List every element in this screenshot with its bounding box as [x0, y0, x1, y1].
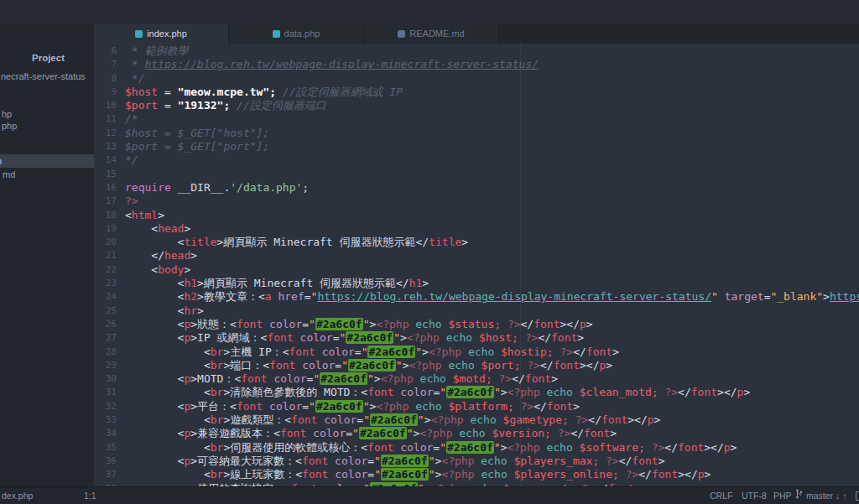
code-line[interactable]: 28 <br>主機 IP：<font color="#2a6c0f"><?php…: [94, 346, 859, 359]
sidebar-file-item[interactable]: php: [0, 119, 94, 132]
line-number: 10: [94, 99, 125, 112]
code-line[interactable]: 24 <h2>教學文章：<a href="https://blog.reh.tw…: [94, 290, 859, 304]
line-number: 22: [94, 263, 125, 277]
line-text: <h1>網頁顯示 Minecraft 伺服器狀態示範</h1>: [125, 277, 859, 290]
code-editor[interactable]: 6 * 範例教學7 * https://blog.reh.tw/webpage-…: [94, 44, 859, 487]
line-number: 14: [94, 153, 125, 167]
git-branch-icon: [795, 487, 803, 504]
statusbar-line-endings-label: CRLF: [710, 487, 732, 504]
code-line[interactable]: 8 */: [94, 72, 859, 86]
code-line[interactable]: 16require __DIR__.'/data.php';: [94, 181, 859, 195]
line-number: 27: [94, 331, 125, 345]
statusbar-git-branch[interactable]: master: [795, 487, 833, 504]
code-line[interactable]: 20 <title>網頁顯示 Minecraft 伺服器狀態示範</title>: [94, 236, 859, 249]
line-number: 18: [94, 209, 125, 222]
statusbar-syntax[interactable]: PHP: [773, 487, 792, 504]
statusbar-filename-label: dex.php: [2, 487, 33, 504]
code-line[interactable]: 34 <p>兼容遊戲版本：<font color="#2a6c0f"><?php…: [94, 427, 859, 440]
code-line[interactable]: 23 <h1>網頁顯示 Minecraft 伺服器狀態示範</h1>: [94, 277, 859, 290]
code-line[interactable]: 37 <br>線上玩家數：<font color="#2a6c0f"><?php…: [94, 468, 859, 481]
line-number: 17: [94, 195, 125, 208]
line-text: [125, 168, 859, 181]
statusbar-line-endings[interactable]: CRLF: [710, 487, 732, 504]
code-line[interactable]: 19 <head>: [94, 222, 859, 236]
code-line[interactable]: 7 * https://blog.reh.tw/webpage-display-…: [94, 58, 859, 71]
line-text: * 範例教學: [125, 44, 859, 58]
column-ruler: [520, 44, 521, 487]
code-line[interactable]: 15: [94, 168, 859, 181]
code-line[interactable]: 21 </head>: [94, 249, 859, 262]
statusbar-cursor-position-label: 1:1: [84, 487, 96, 504]
line-number: 8: [94, 72, 125, 86]
file-icon: [856, 491, 859, 501]
line-number: 20: [94, 236, 125, 249]
code-line[interactable]: 9$host = "meow.mcpe.tw"; //設定伺服器網域或 IP: [94, 86, 859, 99]
line-text: <title>網頁顯示 Minecraft 伺服器狀態示範</title>: [125, 236, 859, 249]
line-text: <p>可容納最大玩家數：<font color="#2a6c0f"><?php …: [125, 455, 859, 468]
line-number: 19: [94, 222, 125, 236]
line-text: /*: [125, 112, 859, 126]
line-text: <br>端口：<font color="#2a6c0f"><?php echo …: [125, 359, 859, 372]
line-text: </head>: [125, 249, 859, 262]
statusbar-encoding[interactable]: UTF-8: [742, 487, 767, 504]
sidebar-file-item[interactable]: p: [0, 154, 94, 168]
line-text: <br>主機 IP：<font color="#2a6c0f"><?php ec…: [125, 346, 859, 359]
php-file-icon: [135, 30, 143, 38]
code-line[interactable]: 25 <hr>: [94, 304, 859, 318]
tab-label: data.php: [284, 29, 320, 39]
code-line[interactable]: 29 <br>端口：<font color="#2a6c0f"><?php ec…: [94, 359, 859, 372]
line-text: * https://blog.reh.tw/webpage-display-mi…: [125, 58, 859, 71]
statusbar-git-sync[interactable]: ↓ ↑: [836, 487, 846, 504]
code-line[interactable]: 18<html>: [94, 209, 859, 222]
code-line[interactable]: 12$host = $_GET["host"];: [94, 127, 859, 140]
code-line[interactable]: 32 <p>平台：<font color="#2a6c0f"><?php ech…: [94, 400, 859, 413]
tab-bar: index.phpdata.phpREADME.md: [94, 23, 859, 44]
code-line[interactable]: 17?>: [94, 195, 859, 208]
code-line[interactable]: 22 <body>: [94, 263, 859, 277]
code-line[interactable]: 27 <p>IP 或網域：<font color="#2a6c0f"><?php…: [94, 331, 859, 345]
statusbar-filename: dex.php: [2, 487, 33, 504]
line-text: <head>: [125, 222, 859, 236]
line-text: $host = "meow.mcpe.tw"; //設定伺服器網域或 IP: [125, 86, 859, 99]
line-number: 16: [94, 181, 125, 195]
code-line[interactable]: 10$port = "19132"; //設定伺服器端口: [94, 99, 859, 112]
line-number: 30: [94, 372, 125, 386]
tab-index.php[interactable]: index.php: [94, 23, 229, 44]
line-number: 13: [94, 140, 125, 153]
line-number: 34: [94, 427, 125, 440]
sidebar-file-item[interactable]: md: [0, 168, 94, 181]
line-text: <br>遊戲類型：<font color="#2a6c0f"><?php ech…: [125, 413, 859, 427]
line-number: 7: [94, 58, 125, 71]
line-number: 23: [94, 277, 125, 290]
code-line[interactable]: 33 <br>遊戲類型：<font color="#2a6c0f"><?php …: [94, 413, 859, 427]
sidebar-file-label: p: [0, 154, 2, 168]
line-number: 35: [94, 441, 125, 455]
code-line[interactable]: 26 <p>狀態：<font color="#2a6c0f"><?php ech…: [94, 318, 859, 331]
code-line[interactable]: 31 <br>清除顏色參數後的 MOTD：<font color="#2a6c0…: [94, 386, 859, 399]
code-line[interactable]: 35 <br>伺服器使用的軟體或核心：<font color="#2a6c0f"…: [94, 441, 859, 455]
code-line[interactable]: 14*/: [94, 153, 859, 167]
code-line[interactable]: 6 * 範例教學: [94, 44, 859, 58]
status-bar: dex.php1:1CRLFUTF-8PHPmaster↓ ↑0 fil: [0, 486, 859, 504]
line-number: 26: [94, 318, 125, 331]
line-text: */: [125, 153, 859, 167]
line-text: require __DIR__.'/data.php';: [125, 181, 859, 195]
sidebar-file-label: necraft-server-status: [1, 70, 86, 83]
statusbar-cursor-position: 1:1: [84, 487, 96, 504]
statusbar-encoding-label: UTF-8: [742, 487, 767, 504]
sidebar-file-item[interactable]: necraft-server-status: [0, 70, 94, 83]
tab-README.md[interactable]: README.md: [364, 23, 499, 44]
line-text: <p>兼容遊戲版本：<font color="#2a6c0f"><?php ec…: [125, 427, 859, 440]
sidebar-file-label: md: [3, 168, 15, 181]
code-line[interactable]: 36 <p>可容納最大玩家數：<font color="#2a6c0f"><?p…: [94, 455, 859, 468]
code-line[interactable]: 13$port = $_GET["port"];: [94, 140, 859, 153]
line-number: 33: [94, 413, 125, 427]
code-line[interactable]: 30 <p>MOTD：<font color="#2a6c0f"><?php e…: [94, 372, 859, 386]
statusbar-file-count[interactable]: 0 fil: [856, 487, 859, 504]
code-line[interactable]: 11/*: [94, 112, 859, 126]
line-text: <hr>: [125, 304, 859, 318]
line-text: $port = "19132"; //設定伺服器端口: [125, 99, 859, 112]
tab-data.php[interactable]: data.php: [229, 23, 364, 44]
line-number: 12: [94, 127, 125, 140]
statusbar-git-sync-label: ↓ ↑: [836, 487, 846, 504]
